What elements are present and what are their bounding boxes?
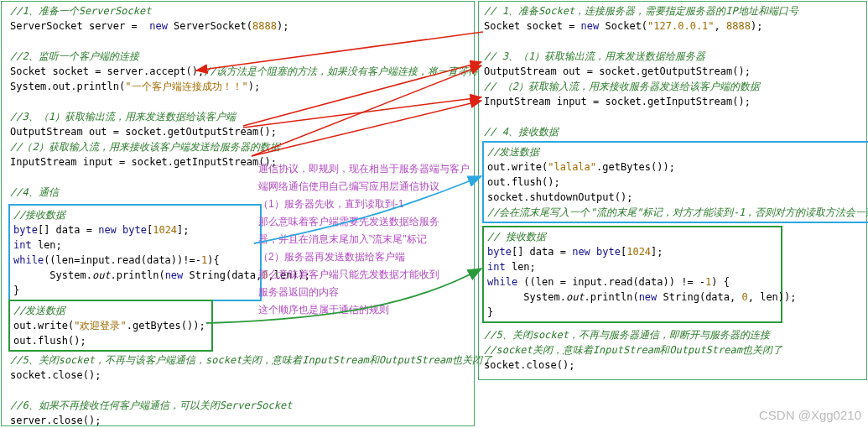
comment: //（2）获取输入流，用来接收该客户端发送给服务器的数据	[10, 139, 478, 154]
comment: //发送数据	[13, 303, 208, 318]
code-line: int len;	[487, 259, 777, 274]
code-line: byte[] data = new byte[1024];	[13, 222, 257, 237]
client-send-block: //发送数据 out.write("lalala".getBytes()); o…	[482, 141, 868, 223]
annotation: 通信协议，即规则，现在相当于服务器端与客户	[258, 161, 470, 176]
code-line: InputStream input = socket.getInputStrea…	[484, 94, 798, 109]
annotation: 端网络通信使用自己编写应用层通信协议	[258, 179, 439, 194]
annotation: （1）服务器先收，直到读取到-1	[258, 196, 403, 211]
code-line: System.out.println("一个客户端连接成功！！");	[10, 79, 478, 94]
annotation: （2）服务器再发送数据给客户端	[258, 249, 405, 264]
comment: // 1、准备Socket，连接服务器，需要指定服务器的IP地址和端口号	[484, 3, 798, 18]
comment: //3、（1）获取输出流，用来发送数据给该客户端	[10, 109, 478, 124]
comment: //5、关闭socket，不再与服务器通信，即断开与服务器的连接	[484, 327, 782, 342]
comment: // （2）获取输入流，用来接收服务器发送给该客户端的数据	[484, 79, 798, 94]
comment: //2、监听一个客户端的连接	[10, 49, 478, 64]
comment: // 3、（1）获取输出流，用来发送数据给服务器	[484, 49, 798, 64]
annotation: 服务器返回的内容	[258, 284, 339, 300]
comment: //会在流末尾写入一个"流的末尾"标记，对方才能读到-1，否则对方的读取方法会一…	[487, 205, 866, 220]
code-line: OutputStream out = socket.getOutputStrea…	[484, 64, 798, 79]
code-line: out.write("lalala".getBytes());	[487, 159, 866, 175]
code-line: while((len=input.read(data))!=-1){	[13, 253, 257, 268]
client-receive-block: // 接收数据 byte[] data = new byte[1024]; in…	[482, 226, 782, 323]
comment: //socket关闭，意味着InputStream和OutputStream也关…	[484, 342, 782, 358]
code-line: while ((len = input.read(data)) != -1) {	[487, 274, 777, 290]
annotation: 器，并且在消息末尾加入"流末尾"标记	[258, 232, 427, 247]
code-line: out.write("欢迎登录".getBytes());	[13, 318, 208, 333]
code-line: out.flush();	[487, 175, 866, 190]
annotation: 那么意味着客户端只能先发数据才能收到	[258, 267, 439, 282]
code-line: ServerSocket server = new ServerSocket(8…	[10, 18, 478, 34]
server-send-block: //发送数据 out.write("欢迎登录".getBytes()); out…	[8, 300, 213, 352]
comment: //6、如果不再接收任何客户端通信，可以关闭ServerSocket	[10, 398, 492, 413]
code-line: OutputStream out = socket.getOutputStrea…	[10, 124, 478, 139]
comment: //发送数据	[487, 144, 866, 159]
comment: //接收数据	[13, 207, 257, 222]
code-line: socket.close();	[10, 368, 492, 383]
client-panel: // 1、准备Socket，连接服务器，需要指定服务器的IP地址和端口号 Soc…	[478, 1, 867, 380]
comment: // 接收数据	[487, 229, 777, 244]
code-line: byte[] data = new byte[1024];	[487, 244, 777, 259]
code-line: socket.shutdownOutput();	[487, 190, 866, 205]
code-line: }	[487, 305, 777, 320]
code-line: System.out.println(new String(data,0,len…	[13, 268, 257, 283]
comment: //1、准备一个ServerSocket	[10, 3, 478, 18]
code-line: }	[13, 283, 257, 298]
code-line: out.flush();	[13, 333, 208, 348]
annotation: 那么意味着客户端需要先发送数据给服务	[258, 214, 439, 229]
code-line: socket.close();	[484, 358, 782, 373]
code-line: int len;	[13, 237, 257, 253]
comment: //5、关闭socket，不再与该客户端通信，socket关闭，意味着Input…	[10, 352, 492, 368]
code-line: Socket socket = new Socket("127.0.0.1", …	[484, 18, 798, 34]
watermark: CSDN @Xgg0210	[759, 406, 861, 425]
code-line: server.close();	[10, 413, 492, 428]
code-line: System.out.println(new String(data, 0, l…	[487, 290, 777, 305]
comment: // 4、接收数据	[484, 124, 798, 139]
annotation: 这个顺序也是属于通信的规则	[258, 302, 389, 317]
code-line: Socket socket = server.accept();//该方法是个阻…	[10, 64, 478, 79]
server-receive-block: //接收数据 byte[] data = new byte[1024]; int…	[8, 204, 262, 301]
